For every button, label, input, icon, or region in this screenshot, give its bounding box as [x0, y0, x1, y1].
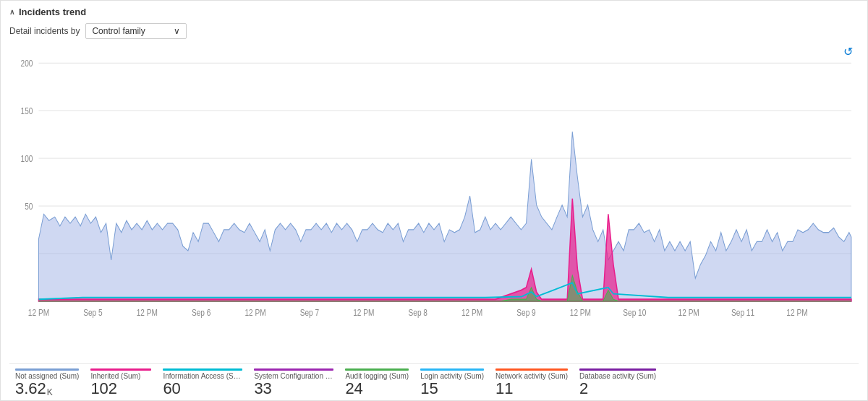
svg-text:12 PM: 12 PM — [353, 308, 374, 317]
widget-title: Incidents trend — [19, 7, 86, 17]
chart-area: ↺ 200 150 100 50 — [9, 45, 859, 363]
legend-value: 102 — [90, 380, 117, 397]
collapse-icon[interactable]: ∧ — [9, 8, 14, 16]
dropdown-chevron-icon: ∨ — [174, 26, 180, 36]
legend-color-bar — [579, 368, 656, 371]
legend-color-bar — [495, 368, 568, 371]
legend-label: Database activity (Sum) — [579, 372, 656, 380]
detail-incidents-dropdown[interactable]: Control family ∨ — [85, 23, 187, 39]
legend-color-bar — [420, 368, 484, 371]
svg-text:Sep 6: Sep 6 — [192, 308, 210, 317]
chart-svg: 200 150 100 50 12 PM Sep 5 12 PM Sep 6 1… — [9, 45, 859, 356]
legend-color-bar — [254, 368, 333, 371]
svg-text:Sep 9: Sep 9 — [516, 308, 535, 317]
svg-text:100: 100 — [21, 154, 33, 163]
svg-text:Sep 8: Sep 8 — [409, 308, 427, 317]
legend-value: 33 — [254, 380, 271, 397]
legend-item-database-activity[interactable]: Database activity (Sum)2 — [579, 368, 668, 397]
svg-text:12 PM: 12 PM — [461, 308, 482, 317]
chart-container: 200 150 100 50 12 PM Sep 5 12 PM Sep 6 1… — [9, 45, 859, 356]
legend-item-information-access[interactable]: Information Access (Sum)60 — [163, 368, 254, 397]
legend-item-login-activity[interactable]: Login activity (Sum)15 — [420, 368, 495, 397]
legend-value: 15 — [420, 380, 438, 397]
legend-color-bar — [15, 368, 79, 371]
legend-value: 60 — [163, 380, 180, 397]
svg-text:Sep 7: Sep 7 — [300, 308, 319, 317]
incidents-trend-widget: ∧ Incidents trend Detail incidents by Co… — [0, 0, 868, 401]
legend-value: 3.62K — [15, 380, 53, 397]
legend-row: Not assigned (Sum)3.62KInherited (Sum)10… — [9, 363, 859, 400]
svg-text:Sep 10: Sep 10 — [623, 308, 646, 317]
legend-item-network-activity[interactable]: Network activity (Sum)11 — [495, 368, 579, 397]
legend-value: 11 — [495, 380, 513, 397]
legend-item-not-assigned[interactable]: Not assigned (Sum)3.62K — [12, 368, 90, 397]
widget-header: ∧ Incidents trend — [9, 7, 859, 17]
legend-item-system-config[interactable]: System Configuration Mo...33 — [254, 368, 345, 397]
svg-text:50: 50 — [25, 202, 33, 211]
filter-row: Detail incidents by Control family ∨ — [9, 23, 859, 39]
legend-item-inherited[interactable]: Inherited (Sum)102 — [90, 368, 163, 397]
dropdown-value: Control family — [92, 26, 145, 36]
svg-text:Sep 11: Sep 11 — [731, 308, 754, 317]
svg-text:12 PM: 12 PM — [244, 308, 265, 317]
svg-text:Sep 5: Sep 5 — [83, 308, 102, 317]
svg-text:12 PM: 12 PM — [786, 308, 807, 317]
legend-item-audit-logging[interactable]: Audit logging (Sum)24 — [345, 368, 420, 397]
legend-value: 2 — [579, 380, 588, 397]
legend-value: 24 — [345, 380, 362, 397]
filter-label: Detail incidents by — [9, 26, 80, 36]
legend-color-bar — [90, 368, 151, 371]
svg-text:12 PM: 12 PM — [678, 308, 699, 317]
svg-text:12 PM: 12 PM — [137, 308, 158, 317]
legend-color-bar — [345, 368, 409, 371]
svg-text:12 PM: 12 PM — [570, 308, 591, 317]
svg-text:150: 150 — [21, 106, 33, 116]
svg-text:12 PM: 12 PM — [28, 308, 49, 317]
legend-color-bar — [163, 368, 242, 371]
svg-text:200: 200 — [21, 59, 33, 68]
